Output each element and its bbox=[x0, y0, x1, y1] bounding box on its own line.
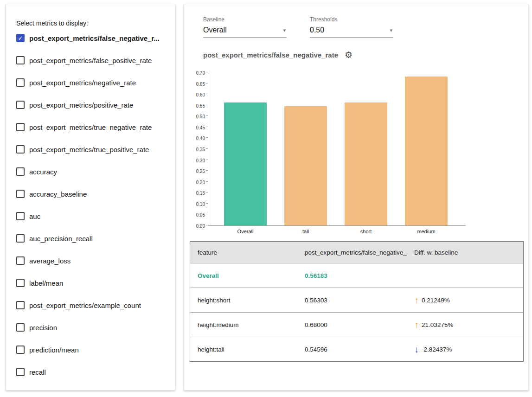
table-header-row: feature post_export_metrics/false_negati… bbox=[190, 242, 523, 263]
metric-label: post_export_metrics/true_negative_rate bbox=[29, 123, 152, 131]
diff-percent: 21.03275% bbox=[422, 321, 453, 328]
metric-label: auc bbox=[29, 212, 40, 220]
x-tick-label: tall bbox=[284, 229, 327, 234]
baseline-value: Overall bbox=[203, 26, 227, 34]
x-tick-label: Overall bbox=[224, 229, 267, 234]
metric-list-item[interactable]: recall bbox=[6, 361, 175, 383]
metric-list-item[interactable]: post_export_metrics/example_count bbox=[6, 294, 175, 316]
y-tick-label: 0.65 bbox=[196, 82, 205, 87]
checkbox-unchecked-icon[interactable] bbox=[16, 78, 25, 87]
settings-gear-icon[interactable]: ⚙ bbox=[345, 51, 353, 59]
y-tick-label: 0.50 bbox=[196, 114, 205, 119]
up-arrow-icon: ↑ bbox=[414, 295, 419, 305]
y-tick-mark bbox=[206, 137, 208, 138]
checkbox-unchecked-icon[interactable] bbox=[16, 346, 25, 354]
checkbox-unchecked-icon[interactable] bbox=[16, 368, 25, 376]
checkbox-unchecked-icon[interactable] bbox=[16, 256, 25, 265]
checkbox-unchecked-icon[interactable] bbox=[16, 301, 25, 309]
value-cell: 0.54596 bbox=[297, 346, 407, 353]
thresholds-select[interactable]: Thresholds 0.50 ▾ bbox=[310, 16, 393, 38]
y-tick-mark bbox=[206, 181, 208, 182]
metric-list-item[interactable]: precision bbox=[6, 316, 175, 339]
feature-cell: height:tall bbox=[190, 346, 297, 353]
y-tick-mark bbox=[206, 203, 208, 204]
checkbox-unchecked-icon[interactable] bbox=[16, 323, 25, 332]
table-row[interactable]: height:tall0.54596↓-2.82437% bbox=[190, 337, 523, 361]
bar-Overall[interactable] bbox=[224, 102, 267, 225]
y-tick-label: 0.70 bbox=[196, 70, 205, 76]
metric-label: post_export_metrics/negative_rate bbox=[29, 79, 136, 87]
checkbox-unchecked-icon[interactable] bbox=[16, 190, 25, 198]
metric-label: post_export_metrics/example_count bbox=[29, 301, 141, 309]
table-row[interactable]: Overall0.56183 bbox=[190, 263, 523, 288]
checkbox-unchecked-icon[interactable] bbox=[16, 101, 25, 109]
y-tick-label: 0.60 bbox=[196, 92, 205, 97]
y-tick-mark bbox=[206, 105, 208, 105]
metric-label: precision bbox=[29, 324, 57, 332]
y-tick-label: 0.20 bbox=[196, 180, 205, 185]
diff-cell: ↓-2.82437% bbox=[407, 345, 523, 354]
metric-list-item[interactable]: auc_precision_recall bbox=[6, 227, 175, 250]
metric-list-item[interactable]: post_export_metrics/false_positive_rate bbox=[6, 49, 175, 71]
metric-label: average_loss bbox=[29, 257, 71, 265]
y-tick-label: 0.40 bbox=[196, 136, 205, 141]
metric-list-item[interactable]: accuracy bbox=[6, 160, 175, 183]
metric-list-item[interactable]: post_export_metrics/true_negative_rate bbox=[6, 116, 175, 138]
y-tick-label: 0.30 bbox=[196, 158, 205, 163]
metric-label: accuracy bbox=[29, 168, 57, 176]
metric-list-item[interactable]: auc bbox=[6, 205, 175, 227]
metrics-list: ✓post_export_metrics/false_negative_r...… bbox=[6, 27, 175, 383]
bar-chart: 0.000.050.100.150.200.250.300.350.400.45… bbox=[190, 73, 468, 249]
metric-label: post_export_metrics/true_positive_rate bbox=[29, 146, 149, 154]
value-cell: 0.56303 bbox=[297, 297, 407, 304]
down-arrow-icon: ↓ bbox=[414, 345, 419, 354]
metric-list-item[interactable]: accuracy_baseline bbox=[6, 183, 175, 205]
metric-label: recall bbox=[29, 368, 46, 376]
checkbox-unchecked-icon[interactable] bbox=[16, 167, 25, 176]
y-tick-label: 0.10 bbox=[196, 202, 205, 207]
y-tick-mark bbox=[206, 214, 208, 214]
table-row[interactable]: height:medium0.68000↑21.03275% bbox=[190, 312, 523, 337]
metric-list-item[interactable]: post_export_metrics/negative_rate bbox=[6, 71, 175, 94]
y-tick-label: 0.05 bbox=[196, 212, 205, 218]
checkbox-unchecked-icon[interactable] bbox=[16, 145, 25, 154]
table-header-feature: feature bbox=[190, 249, 297, 256]
x-tick-label: medium bbox=[405, 229, 448, 234]
metric-label: post_export_metrics/positive_rate bbox=[29, 101, 133, 109]
checkbox-checked-icon[interactable]: ✓ bbox=[16, 34, 25, 42]
chart-header: post_export_metrics/false_negative_rate … bbox=[203, 51, 353, 59]
up-arrow-icon: ↑ bbox=[414, 320, 419, 329]
y-tick-mark bbox=[206, 127, 208, 127]
metric-label: post_export_metrics/false_negative_r... bbox=[29, 34, 160, 42]
y-tick-label: 0.45 bbox=[196, 125, 205, 130]
chevron-down-icon: ▾ bbox=[283, 27, 286, 33]
metric-list-item[interactable]: ✓post_export_metrics/false_negative_r... bbox=[6, 27, 175, 49]
diff-cell: ↑21.03275% bbox=[407, 320, 523, 329]
checkbox-unchecked-icon[interactable] bbox=[16, 123, 25, 131]
checkbox-unchecked-icon[interactable] bbox=[16, 212, 25, 220]
bar-short[interactable] bbox=[345, 102, 387, 225]
results-panel: Baseline Overall ▾ Thresholds 0.50 ▾ pos… bbox=[184, 4, 529, 391]
metric-list-item[interactable]: post_export_metrics/positive_rate bbox=[6, 94, 175, 116]
diff-percent: -2.82437% bbox=[422, 346, 452, 353]
feature-cell: Overall bbox=[190, 272, 297, 279]
metrics-table: feature post_export_metrics/false_negati… bbox=[190, 241, 524, 362]
table-row[interactable]: height:short0.56303↑0.21249% bbox=[190, 288, 523, 312]
bar-medium[interactable] bbox=[405, 77, 448, 225]
metric-list-item[interactable]: post_export_metrics/true_positive_rate bbox=[6, 138, 175, 160]
metric-list-item[interactable]: label/mean bbox=[6, 272, 175, 294]
y-tick-mark bbox=[206, 72, 208, 72]
chart-title: post_export_metrics/false_negative_rate bbox=[203, 51, 338, 59]
metric-list-item[interactable]: prediction/mean bbox=[6, 339, 175, 361]
table-header-metric: post_export_metrics/false_negative_rat..… bbox=[297, 249, 407, 256]
diff-percent: 0.21249% bbox=[422, 297, 450, 304]
bar-tall[interactable] bbox=[284, 106, 327, 225]
feature-cell: height:short bbox=[190, 297, 297, 304]
metric-list-item[interactable]: average_loss bbox=[6, 250, 175, 272]
table-header-diff: Diff. w. baseline bbox=[407, 249, 523, 256]
checkbox-unchecked-icon[interactable] bbox=[16, 279, 25, 287]
checkbox-unchecked-icon[interactable] bbox=[16, 56, 25, 64]
checkbox-unchecked-icon[interactable] bbox=[16, 234, 25, 243]
y-tick-label: 0.35 bbox=[196, 147, 205, 152]
baseline-select[interactable]: Baseline Overall ▾ bbox=[203, 16, 287, 38]
